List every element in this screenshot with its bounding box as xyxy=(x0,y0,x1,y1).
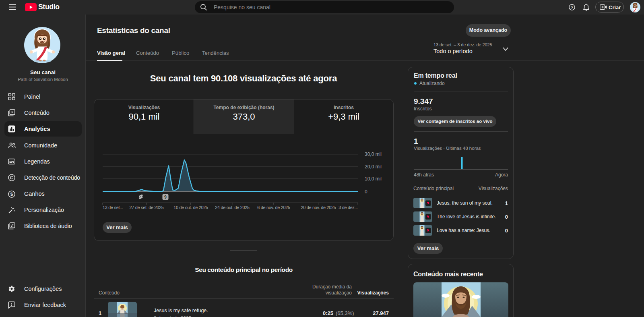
svg-text:20 de nov. de 2025: 20 de nov. de 2025 xyxy=(301,205,336,210)
svg-text:9: 9 xyxy=(164,195,167,199)
svg-text:0: 0 xyxy=(365,189,367,195)
svg-text:13 de set...: 13 de set... xyxy=(103,205,123,210)
svg-text:27 de set. de 2025: 27 de set. de 2025 xyxy=(130,205,164,210)
svg-text:6 de nov. de 2025: 6 de nov. de 2025 xyxy=(257,205,290,210)
svg-text:3 de dez...: 3 de dez... xyxy=(339,205,358,210)
svg-text:?: ? xyxy=(571,5,573,10)
svg-text:10,0 mil: 10,0 mil xyxy=(365,176,382,182)
svg-text:10 de out. de 2025: 10 de out. de 2025 xyxy=(173,205,208,210)
svg-text:20,0 mil: 20,0 mil xyxy=(365,164,382,170)
svg-text:$: $ xyxy=(10,192,13,197)
svg-text:24 de out. de 2025: 24 de out. de 2025 xyxy=(215,205,250,210)
svg-text:30,0 mil: 30,0 mil xyxy=(365,151,382,157)
